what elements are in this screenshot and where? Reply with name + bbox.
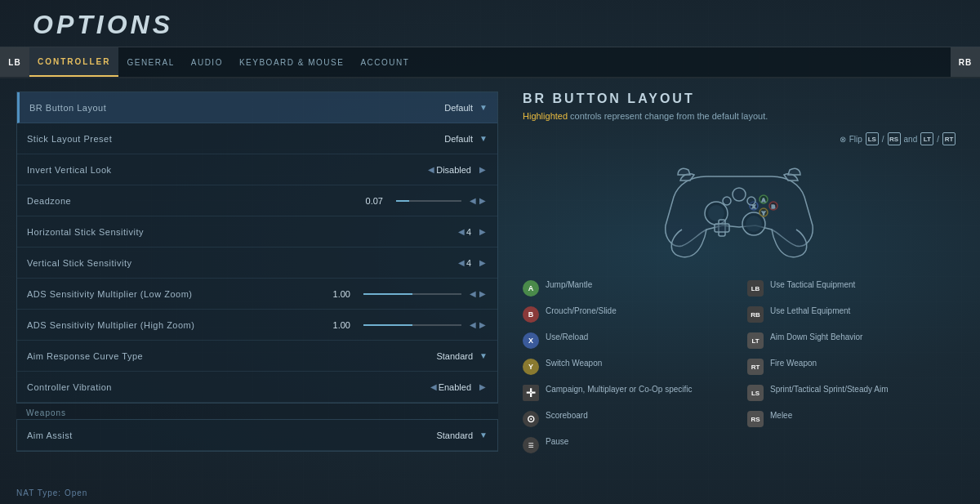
- slash-icon2: /: [937, 135, 939, 144]
- left-arrow-vib: ◀: [430, 382, 437, 391]
- setting-stick-layout[interactable]: Stick Layout Preset Default ▼: [17, 123, 497, 154]
- svg-text:B: B: [772, 204, 776, 209]
- a-badge: A: [523, 280, 539, 297]
- mapping-lethal: RB Use Lethal Equipment: [747, 306, 956, 325]
- setting-value-ads-low: 1.00: [333, 289, 350, 299]
- rb-badge: RB: [747, 306, 764, 323]
- button-mappings: A Jump/Mantle LB Use Tactical Equipment …: [523, 279, 956, 456]
- slash-icon: /: [882, 135, 884, 144]
- setting-label-h-sens: Horizontal Stick Sensitivity: [27, 227, 457, 237]
- left-panel: BR Button Layout Default ▼ Stick Layout …: [16, 91, 498, 493]
- mapping-tactical: LB Use Tactical Equipment: [747, 279, 956, 299]
- mapping-sprint: LS Sprint/Tactical Sprint/Steady Aim: [747, 384, 956, 404]
- chevron-down-icon-stick: ▼: [479, 134, 488, 143]
- mapping-melee-text: Melee: [770, 410, 792, 421]
- chevron-down-curve: ▼: [479, 351, 488, 360]
- rb-button[interactable]: RB: [951, 47, 980, 77]
- setting-v-sensitivity[interactable]: Vertical Stick Sensitivity ◀ 4 ▶: [17, 248, 497, 279]
- mapping-jump: A Jump/Mantle: [523, 279, 731, 299]
- right-arrow-vib: ▶: [479, 382, 486, 391]
- setting-vibration[interactable]: Controller Vibration ◀ Enabled ▶: [17, 372, 497, 403]
- setting-ads-low[interactable]: ADS Sensitivity Multiplier (Low Zoom) 1.…: [17, 279, 497, 310]
- lt-badge-map: LT: [747, 332, 764, 349]
- tab-controller[interactable]: CONTROLLER: [29, 47, 118, 77]
- circle-x-icon: ⊗: [840, 135, 846, 144]
- chevron-down-aim: ▼: [479, 430, 488, 439]
- mapping-ads: LT Aim Down Sight Behavior: [747, 332, 956, 351]
- setting-label-vibration: Controller Vibration: [27, 382, 429, 392]
- rs-badge-map: RS: [747, 411, 764, 427]
- setting-value-h-sens: 4: [466, 227, 471, 237]
- mapping-switch: Y Switch Weapon: [523, 358, 731, 377]
- mapping-ads-text: Aim Down Sight Behavior: [770, 332, 862, 342]
- tab-general[interactable]: GENERAL: [118, 47, 182, 77]
- mapping-jump-text: Jump/Mantle: [546, 279, 592, 290]
- setting-label-stick: Stick Layout Preset: [27, 134, 444, 144]
- setting-label-ads-high: ADS Sensitivity Multiplier (High Zoom): [27, 320, 333, 330]
- controller-image: A B X Y: [657, 152, 821, 266]
- dpad-badge: ✛: [523, 385, 539, 401]
- mapping-scoreboard: ⊙ Scoreboard: [523, 410, 731, 430]
- setting-invert-vertical[interactable]: Invert Vertical Look ◀ Disabled ▶: [17, 154, 497, 185]
- svg-point-12: [733, 188, 746, 201]
- svg-text:X: X: [752, 204, 755, 209]
- mapping-lethal-text: Use Lethal Equipment: [770, 306, 850, 316]
- tab-account[interactable]: ACCOUNT: [352, 47, 417, 77]
- setting-label-aim-assist: Aim Assist: [27, 430, 436, 440]
- mapping-reload: X Use/Reload: [523, 332, 731, 351]
- setting-aim-assist[interactable]: Aim Assist Standard ▼: [17, 420, 497, 451]
- tab-keyboard-mouse[interactable]: KEYBOARD & MOUSE: [231, 47, 352, 77]
- panel-title: BR BUTTON LAYOUT: [523, 91, 956, 106]
- b-badge: B: [523, 306, 539, 323]
- setting-label-deadzone: Deadzone: [27, 196, 366, 206]
- highlighted-text: Highlighted: [523, 111, 568, 121]
- chevron-down-icon: ▼: [479, 103, 488, 112]
- setting-label-ads-low: ADS Sensitivity Multiplier (Low Zoom): [27, 289, 333, 299]
- controller-diagram-area: A B X Y: [523, 152, 956, 279]
- right-panel: BR BUTTON LAYOUT Highlighted controls re…: [514, 91, 964, 493]
- and-text: and: [904, 135, 918, 144]
- left-arrow-ads-high: ◀: [470, 320, 476, 329]
- ads-high-slider[interactable]: [363, 324, 461, 326]
- setting-response-curve[interactable]: Aim Response Curve Type Standard ▼: [17, 341, 497, 372]
- right-arrow-ads-high: ▶: [479, 320, 486, 329]
- mapping-switch-text: Switch Weapon: [546, 358, 602, 368]
- right-arrow-ads-low: ▶: [479, 289, 486, 298]
- controller-svg: A B X Y: [657, 152, 821, 266]
- settings-list: BR Button Layout Default ▼ Stick Layout …: [16, 91, 498, 404]
- rt-badge: RT: [942, 132, 956, 145]
- svg-text:Y: Y: [762, 211, 765, 216]
- ads-low-slider[interactable]: [363, 293, 461, 295]
- lb-button[interactable]: LB: [0, 47, 29, 77]
- setting-label-br: BR Button Layout: [29, 103, 444, 113]
- left-arrow-h-sens: ◀: [458, 227, 465, 236]
- weapons-settings: Aim Assist Standard ▼: [16, 419, 498, 452]
- lb-badge: LB: [747, 280, 764, 297]
- mapping-melee: RS Melee: [747, 410, 956, 430]
- setting-value-br: Default: [444, 103, 473, 113]
- mapping-coop: ✛ Campaign, Multiplayer or Co-Op specifi…: [523, 384, 731, 404]
- panel-subtitle: Highlighted controls represent change fr…: [523, 111, 956, 121]
- svg-point-11: [723, 197, 731, 205]
- subtitle-rest: controls represent change from the defau…: [568, 111, 768, 121]
- setting-value-stick: Default: [444, 134, 473, 144]
- svg-rect-5: [715, 224, 729, 232]
- x-badge: X: [523, 332, 539, 349]
- deadzone-slider[interactable]: [396, 200, 461, 202]
- setting-value-v-sens: 4: [466, 258, 471, 268]
- right-arrow-deadzone: ▶: [479, 196, 486, 205]
- svg-text:A: A: [762, 198, 766, 203]
- mapping-scoreboard-text: Scoreboard: [546, 410, 588, 421]
- setting-value-vibration: Enabled: [439, 382, 471, 392]
- flip-info: ⊗ Flip LS / RS and LT / RT: [523, 132, 956, 145]
- tab-audio[interactable]: AUDIO: [183, 47, 231, 77]
- setting-ads-high[interactable]: ADS Sensitivity Multiplier (High Zoom) 1…: [17, 310, 497, 341]
- ls-badge: LS: [866, 132, 879, 145]
- nav-bar: LB CONTROLLER GENERAL AUDIO KEYBOARD & M…: [0, 47, 980, 78]
- left-arrow-v-sens: ◀: [458, 258, 465, 267]
- setting-deadzone[interactable]: Deadzone 0.07 ◀ ▶: [17, 185, 497, 216]
- setting-br-button-layout[interactable]: BR Button Layout Default ▼: [17, 92, 497, 123]
- mapping-fire: RT Fire Weapon: [747, 358, 956, 377]
- left-arrow-deadzone: ◀: [470, 196, 476, 205]
- setting-h-sensitivity[interactable]: Horizontal Stick Sensitivity ◀ 4 ▶: [17, 216, 497, 248]
